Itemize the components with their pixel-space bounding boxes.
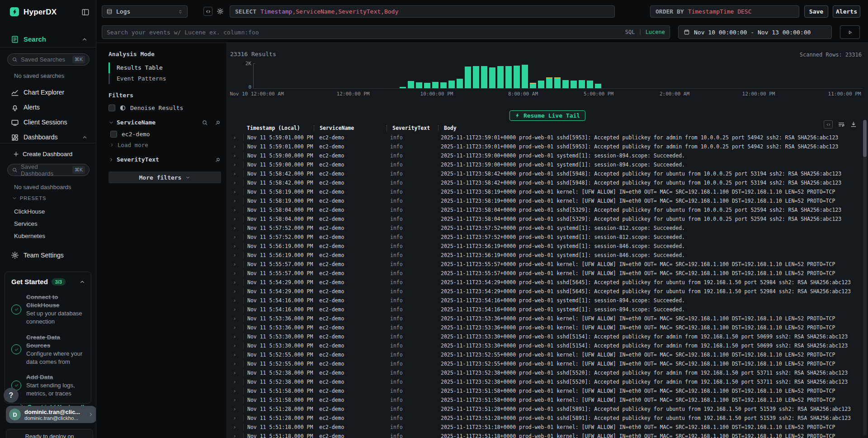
column-header-body[interactable]: Body xyxy=(438,125,859,131)
column-header-severitytext[interactable]: SeverityText xyxy=(387,125,438,131)
sidebar-item-alerts[interactable]: Alerts xyxy=(0,100,96,115)
preset-services[interactable]: Services xyxy=(0,218,96,230)
preset-clickhouse[interactable]: ClickHouse xyxy=(0,205,96,218)
row-expand-icon[interactable]: › xyxy=(229,350,243,359)
scrollbar-thumb[interactable] xyxy=(863,120,867,157)
table-row[interactable]: ›Nov 11 5:57:52.000 PMec2-demoinfo2025-1… xyxy=(229,224,860,233)
resume-live-tail-button[interactable]: Resume Live Tail xyxy=(509,110,585,121)
table-row[interactable]: ›Nov 11 5:52:38.000 PMec2-demoinfo2025-1… xyxy=(229,368,860,377)
presets-toggle[interactable]: PRESETS xyxy=(12,195,46,201)
vertical-scrollbar[interactable] xyxy=(863,120,867,435)
filter-group-servicename[interactable]: ServiceName xyxy=(108,119,221,126)
language-lucene-toggle[interactable]: Lucene xyxy=(646,29,665,35)
row-expand-icon[interactable]: › xyxy=(229,133,243,142)
sidebar-item-team-settings[interactable]: Team Settings xyxy=(0,250,96,262)
analysis-mode-event-patterns[interactable]: Event Patterns xyxy=(108,73,221,84)
table-row[interactable]: ›Nov 11 5:54:29.000 PMec2-demoinfo2025-1… xyxy=(229,278,860,287)
table-row[interactable]: ›Nov 11 5:58:19.000 PMec2-demoinfo2025-1… xyxy=(229,187,860,196)
row-expand-icon[interactable]: › xyxy=(229,142,243,151)
pin-icon[interactable] xyxy=(215,119,221,126)
row-expand-icon[interactable]: › xyxy=(229,151,243,160)
row-expand-icon[interactable]: › xyxy=(229,169,243,178)
help-button[interactable]: ? xyxy=(4,388,19,403)
row-expand-icon[interactable]: › xyxy=(229,359,243,368)
row-expand-icon[interactable]: › xyxy=(229,214,243,224)
get-started-step-create-data-sources[interactable]: Create Data SourcesConfigure where your … xyxy=(11,333,85,366)
row-expand-icon[interactable]: › xyxy=(229,251,243,260)
row-expand-icon[interactable]: › xyxy=(229,405,243,414)
row-expand-icon[interactable]: › xyxy=(229,341,243,350)
filter-value-checkbox[interactable] xyxy=(110,131,117,138)
row-expand-icon[interactable]: › xyxy=(229,423,243,432)
chevron-up-icon[interactable] xyxy=(81,36,88,43)
load-more-button[interactable]: Load more xyxy=(109,142,221,148)
row-expand-icon[interactable]: › xyxy=(229,368,243,377)
row-expand-icon[interactable]: › xyxy=(229,332,243,341)
get-started-header[interactable]: Get Started 3/3 xyxy=(11,278,85,286)
row-expand-icon[interactable]: › xyxy=(229,287,243,296)
sidebar-item-chart-explorer[interactable]: Chart Explorer xyxy=(0,85,96,100)
select-clause-input[interactable]: SELECT Timestamp,ServiceName,SeverityTex… xyxy=(230,5,615,18)
time-range-picker[interactable]: Nov 10 00:00:00 - Nov 13 00:00:00 xyxy=(678,25,832,39)
table-row[interactable]: ›Nov 11 5:51:58.000 PMec2-demoinfo2025-1… xyxy=(229,386,860,395)
user-menu[interactable]: D dominic.tran@clic... dominic.tran@clic… xyxy=(6,406,96,423)
sidebar-item-client-sessions[interactable]: Client Sessions xyxy=(0,115,96,130)
table-row[interactable]: ›Nov 11 5:53:30.000 PMec2-demoinfo2025-1… xyxy=(229,332,860,341)
table-row[interactable]: ›Nov 11 5:58:04.000 PMec2-demoinfo2025-1… xyxy=(229,214,860,224)
row-expand-icon[interactable]: › xyxy=(229,187,243,196)
table-row[interactable]: ›Nov 11 5:53:36.000 PMec2-demoinfo2025-1… xyxy=(229,314,860,323)
table-row[interactable]: ›Nov 11 5:58:19.000 PMec2-demoinfo2025-1… xyxy=(229,196,860,205)
source-settings-button[interactable] xyxy=(216,7,225,16)
chevron-up-icon[interactable] xyxy=(79,279,85,285)
table-row[interactable]: ›Nov 11 5:51:58.000 PMec2-demoinfo2025-1… xyxy=(229,395,860,405)
row-expand-icon[interactable]: › xyxy=(229,296,243,305)
row-expand-icon[interactable]: › xyxy=(229,160,243,169)
table-row[interactable]: ›Nov 11 5:58:42.000 PMec2-demoinfo2025-1… xyxy=(229,178,860,187)
column-header-servicename[interactable]: ServiceName xyxy=(314,125,387,131)
table-row[interactable]: ›Nov 11 5:51:18.000 PMec2-demoinfo2025-1… xyxy=(229,423,860,432)
table-row[interactable]: ›Nov 11 5:54:16.000 PMec2-demoinfo2025-1… xyxy=(229,296,860,305)
table-row[interactable]: ›Nov 11 5:57:52.000 PMec2-demoinfo2025-1… xyxy=(229,233,860,242)
table-row[interactable]: ›Nov 11 5:59:01.000 PMec2-demoinfo2025-1… xyxy=(229,142,860,151)
row-expand-icon[interactable]: › xyxy=(229,323,243,332)
analysis-mode-results-table[interactable]: Results Table xyxy=(108,62,221,73)
search-input[interactable] xyxy=(107,29,622,36)
row-expand-icon[interactable]: › xyxy=(229,269,243,278)
table-row[interactable]: ›Nov 11 5:52:55.000 PMec2-demoinfo2025-1… xyxy=(229,350,860,359)
preset-kubernetes[interactable]: Kubernetes xyxy=(0,230,96,242)
table-row[interactable]: ›Nov 11 5:55:57.000 PMec2-demoinfo2025-1… xyxy=(229,269,860,278)
alerts-button[interactable]: Alerts xyxy=(833,5,860,18)
table-row[interactable]: ›Nov 11 5:52:38.000 PMec2-demoinfo2025-1… xyxy=(229,377,860,386)
row-expand-icon[interactable]: › xyxy=(229,205,243,214)
table-row[interactable]: ›Nov 11 5:55:57.000 PMec2-demoinfo2025-1… xyxy=(229,260,860,269)
chevron-up-icon[interactable] xyxy=(82,134,88,140)
row-expand-icon[interactable]: › xyxy=(229,242,243,251)
row-expand-icon[interactable]: › xyxy=(229,224,243,233)
source-select[interactable]: Logs xyxy=(102,5,188,18)
row-expand-icon[interactable]: › xyxy=(229,278,243,287)
table-row[interactable]: ›Nov 11 5:58:04.000 PMec2-demoinfo2025-1… xyxy=(229,205,860,214)
language-sql-toggle[interactable]: SQL xyxy=(625,29,635,35)
more-filters-button[interactable]: More filters xyxy=(108,171,221,183)
denoise-results-option[interactable]: Denoise Results xyxy=(108,105,221,111)
events-histogram[interactable]: 2K 0 Nov 10 12:00:00 AM12:00:00 PM10:00:… xyxy=(227,60,868,96)
row-expand-icon[interactable]: › xyxy=(229,432,243,438)
denoise-checkbox[interactable] xyxy=(108,105,115,111)
table-row[interactable]: ›Nov 11 5:59:00.000 PMec2-demoinfo2025-1… xyxy=(229,151,860,160)
table-row[interactable]: ›Nov 11 5:53:30.000 PMec2-demoinfo2025-1… xyxy=(229,341,860,350)
search-icon[interactable] xyxy=(202,119,208,126)
row-expand-icon[interactable]: › xyxy=(229,314,243,323)
row-expand-icon[interactable]: › xyxy=(229,196,243,205)
table-row[interactable]: ›Nov 11 5:54:29.000 PMec2-demoinfo2025-1… xyxy=(229,287,860,296)
save-button[interactable]: Save xyxy=(804,5,828,18)
sidebar-item-search[interactable]: Search xyxy=(0,34,96,45)
run-query-button[interactable] xyxy=(840,25,860,39)
row-expand-icon[interactable]: › xyxy=(229,305,243,314)
get-started-step-connect-to-clickhouse[interactable]: Connect to ClickHouseSet up your databas… xyxy=(11,293,85,326)
row-expand-icon[interactable]: › xyxy=(229,395,243,405)
row-expand-icon[interactable]: › xyxy=(229,377,243,386)
row-expand-icon[interactable]: › xyxy=(229,260,243,269)
get-started-step-add-data[interactable]: Add DataStart sending logs, metrics, or … xyxy=(11,373,85,397)
pin-icon[interactable] xyxy=(215,157,221,163)
table-row[interactable]: ›Nov 11 5:56:19.000 PMec2-demoinfo2025-1… xyxy=(229,251,860,260)
